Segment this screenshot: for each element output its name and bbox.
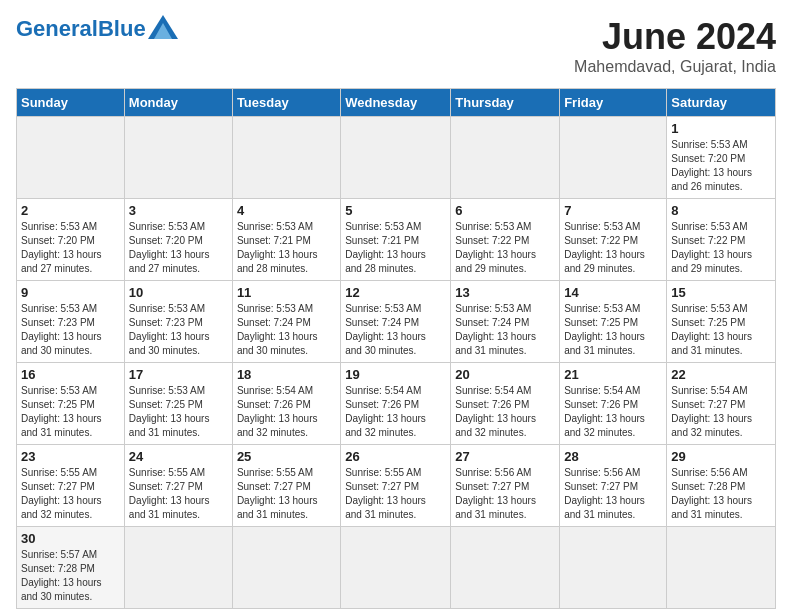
calendar-day-cell: 26Sunrise: 5:55 AM Sunset: 7:27 PM Dayli… (341, 445, 451, 527)
day-number: 15 (671, 285, 771, 300)
day-info: Sunrise: 5:53 AM Sunset: 7:21 PM Dayligh… (237, 220, 336, 276)
day-info: Sunrise: 5:53 AM Sunset: 7:25 PM Dayligh… (671, 302, 771, 358)
day-number: 17 (129, 367, 228, 382)
day-info: Sunrise: 5:53 AM Sunset: 7:22 PM Dayligh… (671, 220, 771, 276)
logo-icon (148, 15, 178, 39)
day-number: 26 (345, 449, 446, 464)
day-number: 25 (237, 449, 336, 464)
calendar-day-cell: 22Sunrise: 5:54 AM Sunset: 7:27 PM Dayli… (667, 363, 776, 445)
calendar-day-cell: 15Sunrise: 5:53 AM Sunset: 7:25 PM Dayli… (667, 281, 776, 363)
day-number: 3 (129, 203, 228, 218)
day-info: Sunrise: 5:55 AM Sunset: 7:27 PM Dayligh… (237, 466, 336, 522)
day-number: 27 (455, 449, 555, 464)
day-info: Sunrise: 5:54 AM Sunset: 7:26 PM Dayligh… (455, 384, 555, 440)
calendar-day-cell: 10Sunrise: 5:53 AM Sunset: 7:23 PM Dayli… (124, 281, 232, 363)
subtitle: Mahemdavad, Gujarat, India (574, 58, 776, 76)
calendar-day-cell: 9Sunrise: 5:53 AM Sunset: 7:23 PM Daylig… (17, 281, 125, 363)
day-number: 20 (455, 367, 555, 382)
calendar-day-cell: 30Sunrise: 5:57 AM Sunset: 7:28 PM Dayli… (17, 527, 125, 609)
calendar-day-cell: 16Sunrise: 5:53 AM Sunset: 7:25 PM Dayli… (17, 363, 125, 445)
calendar-week-row: 1Sunrise: 5:53 AM Sunset: 7:20 PM Daylig… (17, 117, 776, 199)
calendar-day-header: Friday (560, 89, 667, 117)
calendar-day-cell (232, 117, 340, 199)
calendar-day-cell (232, 527, 340, 609)
day-info: Sunrise: 5:55 AM Sunset: 7:27 PM Dayligh… (129, 466, 228, 522)
calendar-day-cell (560, 117, 667, 199)
day-number: 4 (237, 203, 336, 218)
day-number: 21 (564, 367, 662, 382)
day-info: Sunrise: 5:54 AM Sunset: 7:26 PM Dayligh… (345, 384, 446, 440)
calendar-day-cell (124, 117, 232, 199)
logo-text: GeneralBlue (16, 16, 146, 42)
day-number: 23 (21, 449, 120, 464)
day-info: Sunrise: 5:53 AM Sunset: 7:22 PM Dayligh… (564, 220, 662, 276)
day-info: Sunrise: 5:53 AM Sunset: 7:20 PM Dayligh… (129, 220, 228, 276)
calendar-day-cell: 12Sunrise: 5:53 AM Sunset: 7:24 PM Dayli… (341, 281, 451, 363)
day-number: 11 (237, 285, 336, 300)
calendar-week-row: 16Sunrise: 5:53 AM Sunset: 7:25 PM Dayli… (17, 363, 776, 445)
calendar-day-cell (667, 527, 776, 609)
day-number: 29 (671, 449, 771, 464)
day-number: 13 (455, 285, 555, 300)
day-number: 2 (21, 203, 120, 218)
day-number: 6 (455, 203, 555, 218)
day-info: Sunrise: 5:53 AM Sunset: 7:20 PM Dayligh… (21, 220, 120, 276)
calendar-header-row: SundayMondayTuesdayWednesdayThursdayFrid… (17, 89, 776, 117)
day-info: Sunrise: 5:56 AM Sunset: 7:27 PM Dayligh… (564, 466, 662, 522)
day-info: Sunrise: 5:54 AM Sunset: 7:26 PM Dayligh… (564, 384, 662, 440)
day-info: Sunrise: 5:53 AM Sunset: 7:24 PM Dayligh… (455, 302, 555, 358)
day-number: 30 (21, 531, 120, 546)
day-info: Sunrise: 5:53 AM Sunset: 7:25 PM Dayligh… (21, 384, 120, 440)
day-info: Sunrise: 5:56 AM Sunset: 7:28 PM Dayligh… (671, 466, 771, 522)
day-info: Sunrise: 5:53 AM Sunset: 7:23 PM Dayligh… (21, 302, 120, 358)
calendar-week-row: 9Sunrise: 5:53 AM Sunset: 7:23 PM Daylig… (17, 281, 776, 363)
day-info: Sunrise: 5:56 AM Sunset: 7:27 PM Dayligh… (455, 466, 555, 522)
day-info: Sunrise: 5:53 AM Sunset: 7:25 PM Dayligh… (129, 384, 228, 440)
day-info: Sunrise: 5:53 AM Sunset: 7:21 PM Dayligh… (345, 220, 446, 276)
month-title: June 2024 (574, 16, 776, 58)
day-info: Sunrise: 5:54 AM Sunset: 7:26 PM Dayligh… (237, 384, 336, 440)
day-number: 24 (129, 449, 228, 464)
day-info: Sunrise: 5:57 AM Sunset: 7:28 PM Dayligh… (21, 548, 120, 604)
day-info: Sunrise: 5:53 AM Sunset: 7:22 PM Dayligh… (455, 220, 555, 276)
title-area: June 2024 Mahemdavad, Gujarat, India (574, 16, 776, 76)
calendar-day-header: Saturday (667, 89, 776, 117)
calendar-day-cell (560, 527, 667, 609)
calendar-day-cell: 6Sunrise: 5:53 AM Sunset: 7:22 PM Daylig… (451, 199, 560, 281)
day-info: Sunrise: 5:53 AM Sunset: 7:24 PM Dayligh… (345, 302, 446, 358)
calendar-day-cell: 3Sunrise: 5:53 AM Sunset: 7:20 PM Daylig… (124, 199, 232, 281)
calendar-day-cell: 24Sunrise: 5:55 AM Sunset: 7:27 PM Dayli… (124, 445, 232, 527)
calendar-day-cell (451, 117, 560, 199)
calendar-day-cell: 8Sunrise: 5:53 AM Sunset: 7:22 PM Daylig… (667, 199, 776, 281)
day-number: 10 (129, 285, 228, 300)
calendar-day-cell: 25Sunrise: 5:55 AM Sunset: 7:27 PM Dayli… (232, 445, 340, 527)
calendar-day-header: Monday (124, 89, 232, 117)
calendar-table: SundayMondayTuesdayWednesdayThursdayFrid… (16, 88, 776, 609)
calendar-day-cell: 17Sunrise: 5:53 AM Sunset: 7:25 PM Dayli… (124, 363, 232, 445)
day-number: 18 (237, 367, 336, 382)
day-info: Sunrise: 5:53 AM Sunset: 7:25 PM Dayligh… (564, 302, 662, 358)
day-number: 1 (671, 121, 771, 136)
calendar-week-row: 2Sunrise: 5:53 AM Sunset: 7:20 PM Daylig… (17, 199, 776, 281)
calendar-day-cell: 4Sunrise: 5:53 AM Sunset: 7:21 PM Daylig… (232, 199, 340, 281)
day-info: Sunrise: 5:53 AM Sunset: 7:23 PM Dayligh… (129, 302, 228, 358)
calendar-day-cell: 2Sunrise: 5:53 AM Sunset: 7:20 PM Daylig… (17, 199, 125, 281)
calendar-day-cell: 7Sunrise: 5:53 AM Sunset: 7:22 PM Daylig… (560, 199, 667, 281)
day-info: Sunrise: 5:53 AM Sunset: 7:24 PM Dayligh… (237, 302, 336, 358)
calendar-day-cell: 14Sunrise: 5:53 AM Sunset: 7:25 PM Dayli… (560, 281, 667, 363)
calendar-day-cell: 27Sunrise: 5:56 AM Sunset: 7:27 PM Dayli… (451, 445, 560, 527)
calendar-day-cell: 19Sunrise: 5:54 AM Sunset: 7:26 PM Dayli… (341, 363, 451, 445)
calendar-day-header: Thursday (451, 89, 560, 117)
day-number: 14 (564, 285, 662, 300)
calendar-day-cell: 5Sunrise: 5:53 AM Sunset: 7:21 PM Daylig… (341, 199, 451, 281)
calendar-day-cell (124, 527, 232, 609)
calendar-day-cell: 28Sunrise: 5:56 AM Sunset: 7:27 PM Dayli… (560, 445, 667, 527)
logo: GeneralBlue (16, 16, 178, 42)
calendar-day-cell: 21Sunrise: 5:54 AM Sunset: 7:26 PM Dayli… (560, 363, 667, 445)
calendar-day-cell (341, 527, 451, 609)
day-info: Sunrise: 5:54 AM Sunset: 7:27 PM Dayligh… (671, 384, 771, 440)
day-number: 19 (345, 367, 446, 382)
calendar-day-cell: 13Sunrise: 5:53 AM Sunset: 7:24 PM Dayli… (451, 281, 560, 363)
calendar-day-cell: 29Sunrise: 5:56 AM Sunset: 7:28 PM Dayli… (667, 445, 776, 527)
day-info: Sunrise: 5:55 AM Sunset: 7:27 PM Dayligh… (345, 466, 446, 522)
